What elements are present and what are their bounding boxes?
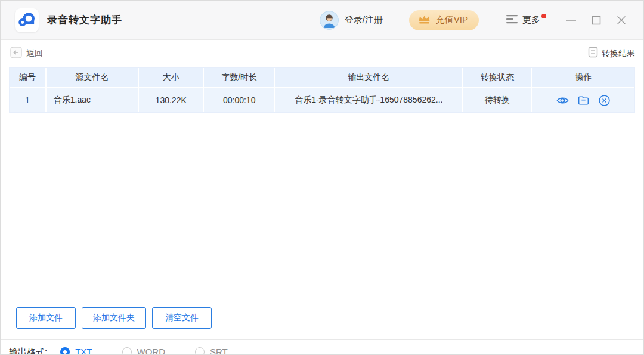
- row-status: 待转换: [463, 88, 532, 112]
- radio-icon[interactable]: [60, 347, 70, 355]
- row-index: 1: [10, 88, 47, 112]
- cloud-logo-icon: [16, 8, 38, 32]
- format-option-word-label: WORD: [137, 347, 166, 355]
- back-label: 返回: [26, 48, 43, 59]
- format-option-word[interactable]: WORD: [122, 347, 166, 355]
- output-format-bar: 输出格式: TXT WORD SRT: [1, 339, 643, 355]
- header-output-filename: 输出文件名: [275, 68, 463, 87]
- crown-icon: [417, 14, 431, 27]
- minimize-button[interactable]: [565, 14, 577, 26]
- more-menu-button[interactable]: 更多: [506, 14, 545, 26]
- format-option-txt-label: TXT: [75, 347, 92, 355]
- arrow-left-icon: [10, 47, 22, 61]
- vip-label: 充值VIP: [436, 14, 468, 26]
- sub-toolbar: 返回 转换结果: [1, 41, 643, 67]
- clear-files-button[interactable]: 清空文件: [152, 307, 212, 329]
- title-bar: 录音转文字助手 登录/注册: [1, 1, 643, 40]
- user-avatar-icon[interactable]: [320, 11, 339, 30]
- app-title: 录音转文字助手: [47, 13, 122, 27]
- format-option-srt-label: SRT: [210, 347, 228, 355]
- format-option-txt[interactable]: TXT: [60, 347, 92, 355]
- table-row[interactable]: 1 音乐1.aac 130.22K 00:00:10 音乐1-录音转文字助手-1…: [10, 87, 634, 112]
- row-duration: 00:00:10: [204, 88, 275, 112]
- app-logo: [15, 8, 39, 32]
- login-button[interactable]: 登录/注册: [320, 11, 383, 30]
- app-window: 录音转文字助手 登录/注册: [0, 0, 644, 355]
- format-option-srt[interactable]: SRT: [195, 347, 228, 355]
- remove-circle-x-icon[interactable]: [598, 94, 611, 107]
- file-table: 编号 源文件名 大小 字数/时长 输出文件名 转换状态 操作 1 音乐1.aac…: [9, 67, 635, 113]
- maximize-button[interactable]: [590, 14, 602, 26]
- more-label: 更多: [522, 14, 540, 26]
- header-index: 编号: [10, 68, 47, 87]
- header-wordcount-duration: 字数/时长: [204, 68, 275, 87]
- row-output-filename: 音乐1-录音转文字助手-165078856262...: [275, 88, 463, 112]
- preview-eye-icon[interactable]: [556, 94, 569, 107]
- menu-lines-icon: [506, 14, 518, 26]
- row-source-filename: 音乐1.aac: [47, 88, 139, 112]
- add-file-button[interactable]: 添加文件: [16, 307, 76, 329]
- row-size: 130.22K: [139, 88, 205, 112]
- add-folder-button[interactable]: 添加文件夹: [82, 307, 146, 329]
- header-status: 转换状态: [463, 68, 532, 87]
- radio-icon[interactable]: [195, 347, 205, 355]
- login-label[interactable]: 登录/注册: [345, 14, 383, 26]
- header-operations: 操作: [532, 68, 634, 87]
- output-format-label: 输出格式:: [9, 347, 47, 355]
- open-folder-icon[interactable]: [577, 94, 590, 107]
- close-button[interactable]: [615, 14, 627, 26]
- header-source-filename: 源文件名: [47, 68, 139, 87]
- window-controls: [565, 14, 627, 26]
- radio-icon[interactable]: [122, 347, 132, 355]
- file-action-buttons: 添加文件 添加文件夹 清空文件: [16, 307, 212, 329]
- vip-recharge-button[interactable]: 充值VIP: [409, 10, 479, 30]
- header-size: 大小: [139, 68, 205, 87]
- document-icon: [588, 47, 598, 60]
- conversion-results-button[interactable]: 转换结果: [588, 47, 635, 60]
- table-header-row: 编号 源文件名 大小 字数/时长 输出文件名 转换状态 操作: [10, 68, 634, 87]
- conversion-results-label: 转换结果: [602, 48, 635, 59]
- back-button[interactable]: 返回: [10, 47, 43, 61]
- titlebar-right: 登录/注册 充值VIP: [320, 10, 627, 30]
- notification-dot: [541, 14, 546, 18]
- row-operations: [532, 88, 634, 112]
